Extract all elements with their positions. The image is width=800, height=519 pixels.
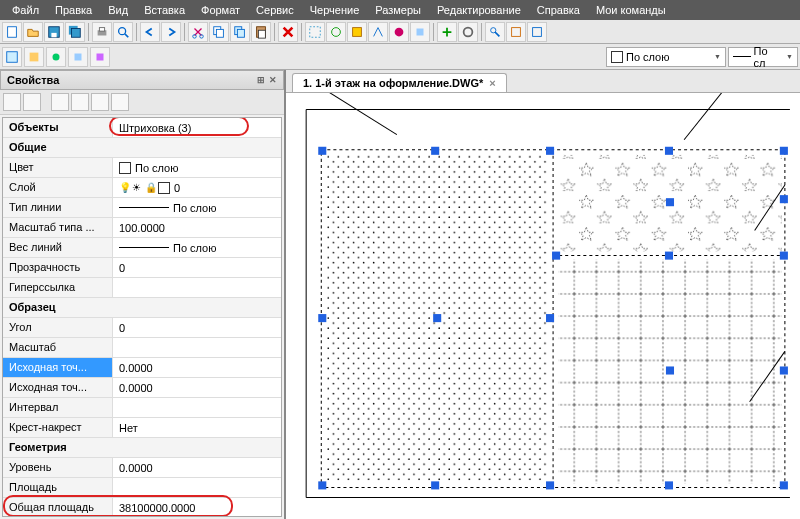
menu-insert[interactable]: Вставка xyxy=(136,2,193,18)
redo-button[interactable] xyxy=(161,22,181,42)
row-hyperlink[interactable]: Гиперссылка xyxy=(3,278,281,298)
layer-state-icons: 💡 ☀ 🔒 xyxy=(119,182,170,194)
cut-button[interactable] xyxy=(188,22,208,42)
row-ltscale[interactable]: Масштаб типа ... 100.0000 xyxy=(3,218,281,238)
tool-f[interactable] xyxy=(437,22,457,42)
lock-icon: 🔒 xyxy=(145,182,157,194)
row-transparency[interactable]: Прозрачность 0 xyxy=(3,258,281,278)
menu-edit[interactable]: Правка xyxy=(47,2,100,18)
color-swatch-icon xyxy=(119,162,131,174)
menu-service[interactable]: Сервис xyxy=(248,2,302,18)
menu-draw[interactable]: Черчение xyxy=(302,2,368,18)
linetype-dropdown[interactable]: По сл xyxy=(728,47,798,67)
row-double[interactable]: Крест-накрест Нет xyxy=(3,418,281,438)
origin-y-label: Исходная точ... xyxy=(3,378,113,397)
saveall-button[interactable] xyxy=(65,22,85,42)
row-origin-x[interactable]: Исходная точ... 0.0000 xyxy=(3,358,281,378)
row-angle[interactable]: Угол 0 xyxy=(3,318,281,338)
svg-rect-4 xyxy=(72,28,81,37)
tb2-d[interactable] xyxy=(68,47,88,67)
open-button[interactable] xyxy=(23,22,43,42)
menu-mycmds[interactable]: Мои команды xyxy=(588,2,674,18)
pin-icon[interactable]: ⊞ xyxy=(257,75,265,85)
menu-view[interactable]: Вид xyxy=(100,2,136,18)
tb2-e[interactable] xyxy=(90,47,110,67)
tool-e[interactable] xyxy=(410,22,430,42)
svg-rect-58 xyxy=(666,198,674,206)
tb2-b[interactable] xyxy=(24,47,44,67)
ptool-f[interactable] xyxy=(111,93,129,111)
close-icon[interactable]: ✕ xyxy=(269,75,277,85)
print-button[interactable] xyxy=(92,22,112,42)
menu-format[interactable]: Формат xyxy=(193,2,248,18)
svg-point-20 xyxy=(395,27,404,36)
main-toolbar xyxy=(0,20,800,44)
row-area[interactable]: Площадь xyxy=(3,478,281,498)
tool-h[interactable] xyxy=(485,22,505,42)
svg-line-24 xyxy=(495,32,499,36)
new-button[interactable] xyxy=(2,22,22,42)
section-pattern[interactable]: Образец xyxy=(3,298,281,318)
svg-rect-43 xyxy=(665,147,673,155)
row-origin-y[interactable]: Исходная точ... 0.0000 xyxy=(3,378,281,398)
ptool-c[interactable] xyxy=(51,93,69,111)
row-lweight[interactable]: Вес линий По слою xyxy=(3,238,281,258)
paste-button[interactable] xyxy=(251,22,271,42)
tool-a[interactable] xyxy=(326,22,346,42)
row-scale[interactable]: Масштаб xyxy=(3,338,281,358)
row-linetype[interactable]: Тип линии По слою xyxy=(3,198,281,218)
tool-d[interactable] xyxy=(389,22,409,42)
tool-c[interactable] xyxy=(368,22,388,42)
document-tabs: 1. 1-й этаж на оформление.DWG* × xyxy=(286,70,800,93)
document-tab[interactable]: 1. 1-й этаж на оформление.DWG* × xyxy=(292,73,507,92)
menu-file[interactable]: Файл xyxy=(4,2,47,18)
menu-dims[interactable]: Размеры xyxy=(367,2,429,18)
svg-rect-40 xyxy=(318,147,326,155)
preview-button[interactable] xyxy=(113,22,133,42)
ptool-a[interactable] xyxy=(3,93,21,111)
svg-rect-59 xyxy=(666,366,674,374)
copy-button[interactable] xyxy=(209,22,229,42)
ptool-e[interactable] xyxy=(91,93,109,111)
svg-rect-55 xyxy=(665,481,673,489)
svg-rect-12 xyxy=(216,29,223,37)
row-layer[interactable]: Слой 💡 ☀ 🔒 0 xyxy=(3,178,281,198)
row-objects[interactable]: Объекты Штриховка (3) xyxy=(3,118,281,138)
tab-close-icon[interactable]: × xyxy=(489,77,495,89)
svg-point-7 xyxy=(119,27,126,34)
menu-modify[interactable]: Редактирование xyxy=(429,2,529,18)
tool-g[interactable] xyxy=(458,22,478,42)
section-general[interactable]: Общие xyxy=(3,138,281,158)
tb2-c[interactable] xyxy=(46,47,66,67)
color-bylayer-label: По слою xyxy=(626,51,670,63)
tb2-a[interactable] xyxy=(2,47,22,67)
tool-i[interactable] xyxy=(506,22,526,42)
save-button[interactable] xyxy=(44,22,64,42)
objects-label: Объекты xyxy=(3,118,113,137)
delete-button[interactable] xyxy=(278,22,298,42)
properties-titlebar: Свойства ⊞ ✕ xyxy=(0,70,284,90)
undo-button[interactable] xyxy=(140,22,160,42)
row-total-area[interactable]: Общая площадь 38100000.0000 xyxy=(3,498,281,517)
svg-rect-17 xyxy=(310,26,321,37)
color-bylayer-dropdown[interactable]: По слою xyxy=(606,47,726,67)
ptool-b[interactable] xyxy=(23,93,41,111)
double-label: Крест-накрест xyxy=(3,418,113,437)
linetype-value: По слою xyxy=(173,202,217,214)
row-elevation[interactable]: Уровень 0.0000 xyxy=(3,458,281,478)
linetype-label: Тип линии xyxy=(3,198,113,217)
copy2-button[interactable] xyxy=(230,22,250,42)
menu-help[interactable]: Справка xyxy=(529,2,588,18)
line-sample-icon xyxy=(733,56,751,57)
svg-rect-53 xyxy=(431,481,439,489)
tool-j[interactable] xyxy=(527,22,547,42)
ptool-d[interactable] xyxy=(71,93,89,111)
row-color[interactable]: Цвет По слою xyxy=(3,158,281,178)
drawing-viewport[interactable] xyxy=(286,93,800,519)
select-button[interactable] xyxy=(305,22,325,42)
row-spacing[interactable]: Интервал xyxy=(3,398,281,418)
drawing-canvas[interactable] xyxy=(286,93,800,519)
tool-b[interactable] xyxy=(347,22,367,42)
section-geometry[interactable]: Геометрия xyxy=(3,438,281,458)
layer-value: 0 xyxy=(174,182,180,194)
